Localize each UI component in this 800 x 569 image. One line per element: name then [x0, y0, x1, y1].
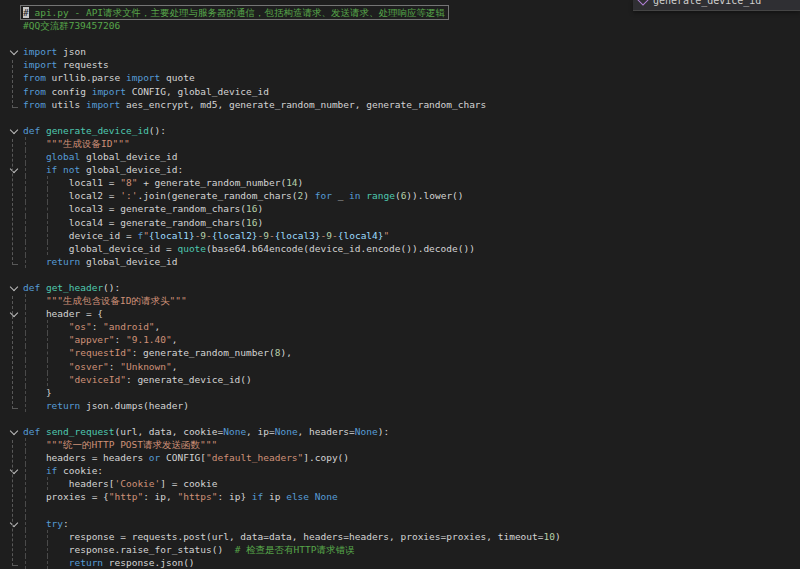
code-line[interactable]: "deviceId": generate_device_id()	[0, 373, 800, 386]
indent-guide	[25, 386, 26, 399]
code-line[interactable]: if not global_device_id:	[0, 163, 800, 176]
token-v: json	[57, 46, 86, 57]
code-line[interactable]	[0, 504, 800, 517]
code-text: proxies = {"http": ip, "https": ip} if i…	[23, 491, 338, 502]
indent-guide	[25, 216, 26, 229]
indent-guide	[25, 530, 26, 543]
indent-guide	[47, 530, 48, 543]
code-line[interactable]: import requests	[0, 58, 800, 71]
token-v: response.json()	[103, 557, 195, 568]
token-v: proxies = {	[23, 491, 109, 502]
code-line[interactable]: def generate_device_id():	[0, 124, 800, 137]
code-line[interactable]	[0, 32, 800, 45]
code-line[interactable]: headers['Cookie'] = cookie	[0, 477, 800, 490]
indent-guide	[25, 346, 26, 359]
token-k: def	[23, 426, 40, 437]
code-line[interactable]: """统一的HTTP POST请求发送函数"""	[0, 438, 800, 451]
code-line[interactable]: if cookie:	[0, 464, 800, 477]
token-k: if	[252, 491, 263, 502]
indent-guide	[25, 150, 26, 163]
code-line[interactable]: }	[0, 386, 800, 399]
code-line[interactable]: return json.dumps(header)	[0, 399, 800, 412]
token-k: return	[23, 256, 80, 267]
token-v: ():	[149, 125, 166, 136]
code-line[interactable]: device_id = f"{local1}-9-{local2}-9-{loc…	[0, 229, 800, 242]
token-k: return	[23, 400, 80, 411]
token-s: "os"	[23, 321, 92, 332]
fold-chevron-icon[interactable]	[10, 283, 18, 291]
token-k: global	[23, 151, 80, 162]
token-k: import	[126, 72, 160, 83]
code-line[interactable]: header = {	[0, 307, 800, 320]
indent-guide	[25, 255, 26, 268]
indent-guide	[47, 556, 48, 569]
indent-guide	[47, 202, 48, 215]
code-line[interactable]: return global_device_id	[0, 255, 800, 268]
code-line[interactable]: local4 = generate_random_chars(16)	[0, 216, 800, 229]
code-line[interactable]: local3 = generate_random_chars(16)	[0, 202, 800, 215]
fold-scope-line	[12, 60, 18, 107]
code-line[interactable]: global global_device_id	[0, 150, 800, 163]
code-line[interactable]: response.raise_for_status() # 检查是否有HTTP请…	[0, 543, 800, 556]
code-line[interactable]: response = requests.post(url, data=data,…	[0, 530, 800, 543]
token-s: "appver"	[23, 334, 115, 345]
code-line[interactable]: "os": "android",	[0, 320, 800, 333]
code-text: "requestId": generate_random_number(8),	[23, 347, 292, 358]
token-v: utils	[46, 99, 86, 110]
code-text: local2 = ':'.join(generate_random_chars(…	[23, 190, 464, 201]
code-text: if cookie:	[23, 465, 103, 476]
code-line[interactable]: def get_header():	[0, 281, 800, 294]
token-k: import	[92, 86, 126, 97]
token-v: + generate_random_number(	[137, 177, 286, 188]
code-line[interactable]: "requestId": generate_random_number(8),	[0, 346, 800, 359]
code-line[interactable]: return response.json()	[0, 556, 800, 569]
code-line[interactable]: from urllib.parse import quote	[0, 71, 800, 84]
code-line[interactable]: """生成包含设备ID的请求头"""	[0, 294, 800, 307]
token-s: """生成包含设备ID的请求头"""	[23, 295, 187, 306]
indent-guide	[25, 556, 26, 569]
code-line[interactable]: #QQ交流群739457206	[0, 19, 800, 32]
indent-guide	[47, 320, 48, 333]
code-line[interactable]: "osver": "Unknown",	[0, 360, 800, 373]
code-line[interactable]: import json	[0, 45, 800, 58]
code-line[interactable]: from utils import aes_encrypt, md5, gene…	[0, 98, 800, 111]
code-line[interactable]	[0, 412, 800, 425]
code-line[interactable]: global_device_id = quote(base64.b64encod…	[0, 242, 800, 255]
token-c: #QQ交流群739457206	[23, 20, 120, 31]
code-line[interactable]: try:	[0, 517, 800, 530]
code-text: def generate_device_id():	[23, 125, 166, 136]
code-line[interactable]	[0, 268, 800, 281]
indent-guide	[25, 176, 26, 189]
token-k: if	[23, 164, 57, 175]
code-line[interactable]: local1 = "8" + generate_random_number(14…	[0, 176, 800, 189]
token-fv: {local4}	[338, 230, 384, 241]
code-line[interactable]: proxies = {"http": ip, "https": ip} if i…	[0, 490, 800, 503]
token-fv: {local2}	[212, 230, 258, 241]
code-line[interactable]: """生成设备ID"""	[0, 137, 800, 150]
code-line[interactable]: "appver": "9.1.40",	[0, 333, 800, 346]
code-line[interactable]: local2 = ':'.join(generate_random_chars(…	[0, 189, 800, 202]
code-line[interactable]: def send_request(url, data, cookie=None,…	[0, 425, 800, 438]
suggest-item[interactable]: generate_device_id	[633, 0, 800, 10]
code-line[interactable]	[0, 111, 800, 124]
token-k: for	[315, 190, 332, 201]
code-editor[interactable]: # api.py - API请求文件，主要处理与服务器的通信，包括构造请求、发送…	[0, 0, 800, 569]
fold-chevron-icon[interactable]	[10, 427, 18, 435]
code-text: global global_device_id	[23, 151, 177, 162]
token-s: "http"	[109, 491, 143, 502]
indent-guide	[25, 399, 26, 412]
indent-guide	[47, 346, 48, 359]
indent-guide	[47, 543, 48, 556]
token-fv: {local3}	[275, 230, 321, 241]
code-line[interactable]: headers = headers or CONFIG["default_hea…	[0, 451, 800, 464]
token-v: : generate_random_number(	[132, 347, 275, 358]
fold-chevron-icon[interactable]	[10, 47, 18, 55]
token-v: ),	[280, 347, 291, 358]
code-text: def get_header():	[23, 282, 120, 293]
token-v: )).lower()	[406, 190, 463, 201]
code-text: return json.dumps(header)	[23, 400, 189, 411]
token-v: , ip=	[246, 426, 275, 437]
fold-chevron-icon[interactable]	[10, 126, 18, 134]
token-v: :	[92, 321, 103, 332]
code-line[interactable]: from config import CONFIG, global_device…	[0, 85, 800, 98]
